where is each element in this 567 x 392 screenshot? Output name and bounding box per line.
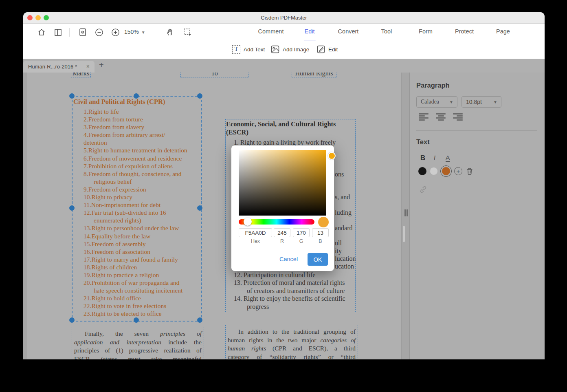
tab-convert[interactable]: Convert (338, 28, 359, 35)
marks-text: Marks (73, 73, 89, 77)
ok-button[interactable]: OK (308, 253, 328, 266)
saturation-value-gradient[interactable] (239, 150, 326, 216)
text-field-marks[interactable]: Marks (71, 73, 91, 77)
hex-input[interactable] (239, 228, 272, 237)
edit-pencil-icon (317, 45, 325, 53)
add-image-button[interactable]: Add Image (271, 44, 309, 55)
plus-circle-icon (111, 28, 120, 37)
to-text: To (211, 73, 218, 77)
align-right-button[interactable] (453, 113, 463, 121)
zoom-in-button[interactable] (110, 27, 121, 37)
color-picker-dialog: Hex R G B Cancel OK (231, 145, 334, 271)
minus-circle-icon (95, 28, 103, 37)
main-toolbar: 150%▼ Comment Edit Convert Tool Form Pro… (23, 24, 545, 40)
window-title: Cisdem PDFMaster (23, 15, 545, 21)
zoom-out-button[interactable] (94, 27, 104, 37)
sidebar-toggle-button[interactable] (53, 27, 63, 37)
gradient-handle[interactable] (328, 152, 336, 160)
document-tab-strip: Human-R...ro-2016 * × + (23, 59, 545, 73)
cpr-text-box[interactable]: Civil and Political Rights (CPR) 1.Right… (72, 96, 202, 322)
paragraph-left-box[interactable]: Finally, the seven principles ofapplicat… (72, 327, 204, 359)
underline-color-button[interactable]: A (446, 154, 450, 162)
font-family-dropdown[interactable]: Caladea ▼ (416, 96, 457, 108)
align-center-button[interactable] (436, 113, 446, 121)
hyperlink-button[interactable] (419, 185, 428, 196)
zoom-level-value: 150% (124, 29, 139, 35)
select-area-button[interactable] (182, 27, 193, 37)
green-input[interactable] (293, 228, 310, 237)
edit-button[interactable]: Edit (317, 44, 338, 55)
paragraph-section-title: Paragraph (416, 81, 450, 89)
resize-handle-mid-left[interactable] (69, 205, 75, 211)
resize-handle-bottom-right[interactable] (197, 317, 202, 323)
page-settings-button[interactable] (77, 27, 88, 37)
edit-subtoolbar: T Add Text Add Image Edit (23, 40, 545, 59)
panel-icon (54, 29, 62, 36)
resize-handle-top-left[interactable] (69, 93, 75, 99)
text-field-human-rights[interactable]: Human Rights (292, 73, 336, 77)
text-field-to[interactable]: To (180, 73, 248, 77)
color-swatch-white[interactable] (430, 167, 438, 175)
italic-button[interactable]: I (433, 154, 436, 162)
add-text-button[interactable]: T Add Text (232, 44, 265, 55)
marquee-select-icon (183, 28, 192, 37)
tab-comment[interactable]: Comment (258, 28, 284, 35)
home-button[interactable] (36, 27, 47, 37)
font-family-value: Caladea (417, 99, 449, 105)
tab-form[interactable]: Form (419, 28, 433, 35)
trash-icon (466, 167, 473, 175)
panel-resize-grip[interactable] (404, 209, 408, 216)
color-preview-swatch (318, 217, 329, 227)
zoom-level-dropdown[interactable]: 150%▼ (124, 29, 145, 35)
document-scrollbar-thumb[interactable] (403, 226, 405, 242)
tab-edit[interactable]: Edit (305, 28, 315, 35)
hand-tool-button[interactable] (165, 27, 176, 37)
chevron-down-icon: ▼ (493, 100, 501, 104)
resize-handle-bottom-left[interactable] (69, 317, 75, 323)
home-icon (37, 28, 46, 36)
color-swatch-selected-ring[interactable] (440, 165, 452, 177)
hand-icon (166, 28, 175, 37)
add-image-icon (271, 45, 279, 53)
red-input[interactable] (274, 228, 290, 237)
page-gear-icon (79, 28, 86, 36)
color-swatch-orange (442, 167, 450, 175)
resize-handle-bottom-center[interactable] (134, 317, 139, 323)
cancel-button[interactable]: Cancel (279, 256, 298, 262)
resize-handle-top-center[interactable] (134, 93, 139, 99)
file-tab-close-icon[interactable]: × (86, 63, 90, 70)
tab-tool[interactable]: Tool (381, 28, 392, 35)
hue-slider-handle[interactable] (244, 218, 252, 226)
green-label: G (293, 238, 310, 244)
edit-label: Edit (328, 46, 338, 53)
cpr-list: 1.Right to life2.Freedom from torture3.F… (84, 108, 206, 318)
file-tab[interactable]: Human-R...ro-2016 * × (23, 61, 94, 73)
chevron-down-icon: ▼ (141, 30, 145, 35)
align-left-button[interactable] (419, 113, 429, 121)
new-tab-button[interactable]: + (99, 60, 104, 70)
format-sidebar: Paragraph Caladea ▼ 10.8pt ▼ (409, 73, 545, 359)
hex-label: Hex (239, 238, 272, 244)
font-size-dropdown[interactable]: 10.8pt ▼ (462, 96, 501, 108)
resize-handle-top-right[interactable] (197, 93, 202, 99)
document-area: Marks To Human Rights Civil and Politica… (23, 73, 409, 359)
blue-input[interactable] (312, 228, 329, 237)
tab-protect[interactable]: Protect (455, 28, 474, 35)
paragraph-right-box[interactable]: In addition to the traditional grouping … (225, 325, 358, 359)
chevron-down-icon: ▼ (449, 100, 457, 104)
escr-items-12-14: 12. Participation in cultural life13. Pr… (234, 271, 352, 311)
red-label: R (274, 238, 290, 244)
section-divider (416, 130, 537, 131)
tab-page[interactable]: Page (496, 28, 510, 35)
paragraph-left-text: Finally, the seven principles ofapplicat… (74, 330, 202, 359)
resize-handle-mid-right[interactable] (197, 205, 202, 211)
title-bar: Cisdem PDFMaster (23, 12, 545, 24)
delete-color-button[interactable] (466, 167, 474, 175)
blue-label: B (312, 238, 329, 244)
file-tab-label: Human-R...ro-2016 * (28, 64, 77, 70)
add-text-label: Add Text (244, 46, 265, 53)
color-swatch-black[interactable] (418, 167, 426, 175)
bold-button[interactable]: B (420, 154, 425, 162)
toolbar-separator (159, 28, 159, 37)
add-color-button[interactable]: + (454, 167, 462, 175)
